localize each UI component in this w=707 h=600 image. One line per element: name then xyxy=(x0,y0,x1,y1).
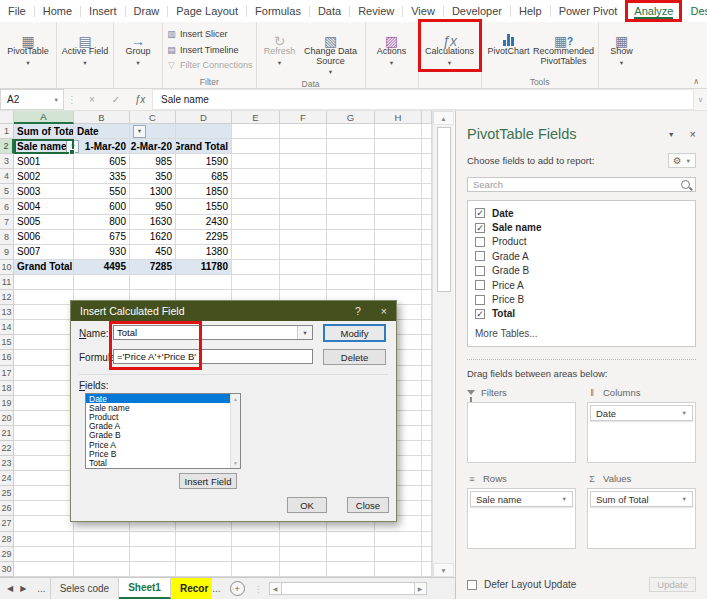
cell-E6[interactable] xyxy=(232,199,280,214)
cell-E30[interactable] xyxy=(232,562,280,577)
cell-F11[interactable] xyxy=(280,275,327,290)
row-header-4[interactable]: 4 xyxy=(0,169,14,184)
field-item-date[interactable]: ✓Date xyxy=(475,206,688,220)
cell-A5[interactable]: S003 xyxy=(14,184,74,199)
menu-tab-page-layout[interactable]: Page Layout xyxy=(168,1,246,21)
cell-A25[interactable] xyxy=(14,486,74,501)
field-checkbox[interactable] xyxy=(475,295,485,305)
cell-H4[interactable] xyxy=(375,169,422,184)
cell-C6[interactable]: 950 xyxy=(130,199,176,214)
row-header-22[interactable]: 22 xyxy=(0,441,14,456)
cell-E3[interactable] xyxy=(232,154,280,169)
sheet-nav-left-icon[interactable]: ◀ xyxy=(7,584,13,593)
fill-handle[interactable] xyxy=(69,149,75,155)
scroll-up-icon[interactable]: ▲ xyxy=(433,111,454,125)
dialog-field-price-b[interactable]: Price B xyxy=(86,449,240,458)
cell-C3[interactable]: 985 xyxy=(130,154,176,169)
field-item-price-b[interactable]: Price B xyxy=(475,292,688,306)
field-checkbox[interactable] xyxy=(475,251,485,261)
tools-gear-button[interactable]: ⚙▼ xyxy=(668,153,696,168)
cell-G28[interactable] xyxy=(327,532,375,547)
field-checkbox[interactable] xyxy=(475,266,485,276)
scroll-up-icon[interactable]: ▲ xyxy=(233,396,238,402)
delete-button[interactable]: Delete xyxy=(323,349,386,365)
cell-D4[interactable]: 685 xyxy=(176,169,232,184)
cell-I22[interactable] xyxy=(422,441,432,456)
area-pill-sale-name[interactable]: Sale name▼ xyxy=(470,491,573,507)
cell-E7[interactable] xyxy=(232,215,280,230)
cell-E2[interactable] xyxy=(232,139,280,154)
cell-A26[interactable] xyxy=(14,501,74,516)
cell-H29[interactable] xyxy=(375,547,422,562)
cell-A22[interactable] xyxy=(14,441,74,456)
cell-F30[interactable] xyxy=(280,562,327,577)
sheet-nav-right-icon[interactable]: ▶ xyxy=(20,584,26,593)
cell-D2[interactable]: Grand Total xyxy=(176,139,232,154)
cell-E8[interactable] xyxy=(232,230,280,245)
cell-G6[interactable] xyxy=(327,199,375,214)
area-pill-sum-of-total[interactable]: Sum of Total▼ xyxy=(590,491,693,507)
cell-F3[interactable] xyxy=(280,154,327,169)
close-button[interactable]: Close xyxy=(347,497,389,513)
cell-A1[interactable]: Sum of Total xyxy=(14,124,74,139)
cell-I4[interactable] xyxy=(422,169,432,184)
row-header-14[interactable]: 14 xyxy=(0,320,14,335)
cell-B11[interactable] xyxy=(74,275,130,290)
cell-A29[interactable] xyxy=(14,547,74,562)
cell-D5[interactable]: 1850 xyxy=(176,184,232,199)
cell-C29[interactable] xyxy=(130,547,176,562)
area-pill-date[interactable]: Date▼ xyxy=(590,405,693,421)
row-header-24[interactable]: 24 xyxy=(0,471,14,486)
cell-H8[interactable] xyxy=(375,230,422,245)
column-header-E[interactable]: E xyxy=(232,111,280,124)
pane-close-icon[interactable]: × xyxy=(690,128,696,140)
modify-button[interactable]: Modify xyxy=(323,324,386,342)
row-header-12[interactable]: 12 xyxy=(0,290,14,305)
field-item-grade-b[interactable]: Grade B xyxy=(475,264,688,278)
vertical-scrollbar[interactable]: ▲ ▼ xyxy=(432,111,454,577)
row-header-10[interactable]: 10 xyxy=(0,260,14,275)
cell-E28[interactable] xyxy=(232,532,280,547)
cell-A16[interactable] xyxy=(14,350,74,365)
enter-icon[interactable]: ✓ xyxy=(104,89,128,110)
cell-G1[interactable] xyxy=(327,124,375,139)
cell-F8[interactable] xyxy=(280,230,327,245)
pivottable-button[interactable]: ▦ PivotTable▼ xyxy=(3,23,53,68)
row-header-1[interactable]: 1 xyxy=(0,124,14,139)
scroll-left-icon[interactable]: ◀ xyxy=(269,582,282,595)
cell-I17[interactable] xyxy=(422,366,432,381)
cell-I28[interactable] xyxy=(422,532,432,547)
cell-A28[interactable] xyxy=(14,532,74,547)
cell-F6[interactable] xyxy=(280,199,327,214)
cell-H7[interactable] xyxy=(375,215,422,230)
dialog-fields-listbox[interactable]: DateSale nameProductGrade AGrade BPrice … xyxy=(85,393,241,469)
row-header-5[interactable]: 5 xyxy=(0,184,14,199)
menu-tab-data[interactable]: Data xyxy=(310,1,349,21)
name-input[interactable]: Total ▼ xyxy=(113,325,313,340)
filter-dropdown-button[interactable]: ▼ xyxy=(133,125,146,138)
collapse-ribbon-icon[interactable]: ∧ xyxy=(693,77,699,86)
menu-tab-help[interactable]: Help xyxy=(511,1,550,21)
row-header-8[interactable]: 8 xyxy=(0,230,14,245)
cell-A21[interactable] xyxy=(14,426,74,441)
cell-E10[interactable] xyxy=(232,260,280,275)
column-header-G[interactable]: G xyxy=(327,111,375,124)
cell-C28[interactable] xyxy=(130,532,176,547)
row-header-21[interactable]: 21 xyxy=(0,426,14,441)
cell-F7[interactable] xyxy=(280,215,327,230)
calculations-button[interactable]: ƒx Calculations▼ xyxy=(422,23,478,68)
row-header-18[interactable]: 18 xyxy=(0,381,14,396)
cell-C9[interactable]: 450 xyxy=(130,245,176,260)
cell-B5[interactable]: 550 xyxy=(74,184,130,199)
pivotchart-button[interactable]: PivotChart xyxy=(485,23,533,57)
change-data-source-button[interactable]: ▧ Change Data Source▼ xyxy=(300,23,362,78)
row-header-27[interactable]: 27 xyxy=(0,516,14,531)
cell-H3[interactable] xyxy=(375,154,422,169)
cell-G2[interactable] xyxy=(327,139,375,154)
cell-G7[interactable] xyxy=(327,215,375,230)
filter-connections-button[interactable]: ▽Filter Connections xyxy=(166,58,253,72)
field-item-grade-a[interactable]: Grade A xyxy=(475,249,688,263)
row-header-23[interactable]: 23 xyxy=(0,456,14,471)
cell-I7[interactable] xyxy=(422,215,432,230)
active-field-button[interactable]: ▤ Active Field▼ xyxy=(60,23,110,68)
